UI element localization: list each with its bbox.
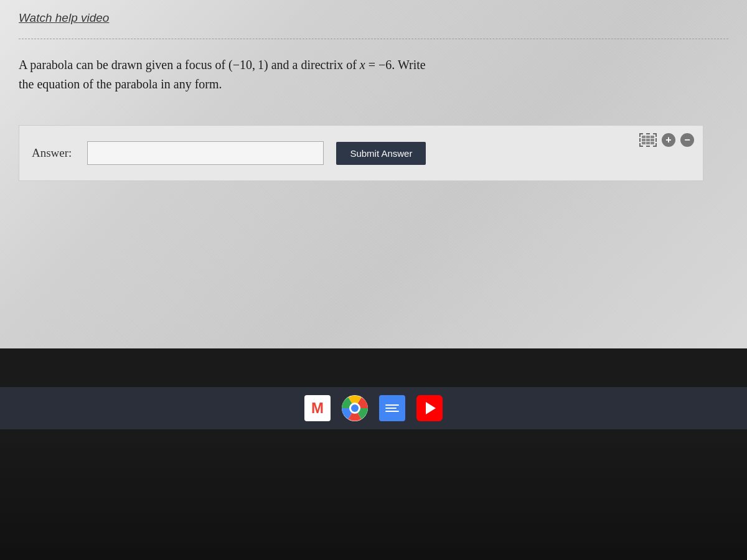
files-lines bbox=[385, 404, 399, 412]
youtube-icon[interactable] bbox=[416, 395, 443, 421]
watch-help-link[interactable]: Watch help video bbox=[19, 11, 109, 25]
answer-input[interactable] bbox=[87, 141, 324, 165]
svg-point-2 bbox=[351, 404, 359, 412]
divider bbox=[19, 39, 728, 39]
gmail-icon[interactable]: M bbox=[304, 395, 331, 421]
bottom-dark-area bbox=[0, 429, 747, 560]
grid-icon[interactable] bbox=[639, 133, 657, 147]
zoom-out-button[interactable]: − bbox=[680, 133, 694, 147]
taskbar: M bbox=[0, 387, 747, 429]
gmail-letter: M bbox=[311, 399, 324, 417]
answer-container: + − Answer: Submit Answer bbox=[19, 125, 703, 181]
problem-line2: the equation of the parabola in any form… bbox=[19, 77, 222, 91]
chrome-icon[interactable] bbox=[342, 395, 368, 421]
answer-label: Answer: bbox=[32, 146, 72, 160]
main-content: Watch help video A parabola can be drawn… bbox=[0, 0, 747, 348]
problem-line1: A parabola can be drawn given a focus of… bbox=[19, 58, 426, 72]
files-icon[interactable] bbox=[379, 395, 405, 421]
problem-text: A parabola can be drawn given a focus of… bbox=[19, 55, 672, 94]
submit-button[interactable]: Submit Answer bbox=[336, 142, 426, 165]
zoom-controls: + − bbox=[639, 133, 694, 147]
zoom-in-button[interactable]: + bbox=[662, 133, 675, 147]
chrome-svg bbox=[342, 395, 368, 421]
youtube-play-button bbox=[426, 402, 436, 414]
